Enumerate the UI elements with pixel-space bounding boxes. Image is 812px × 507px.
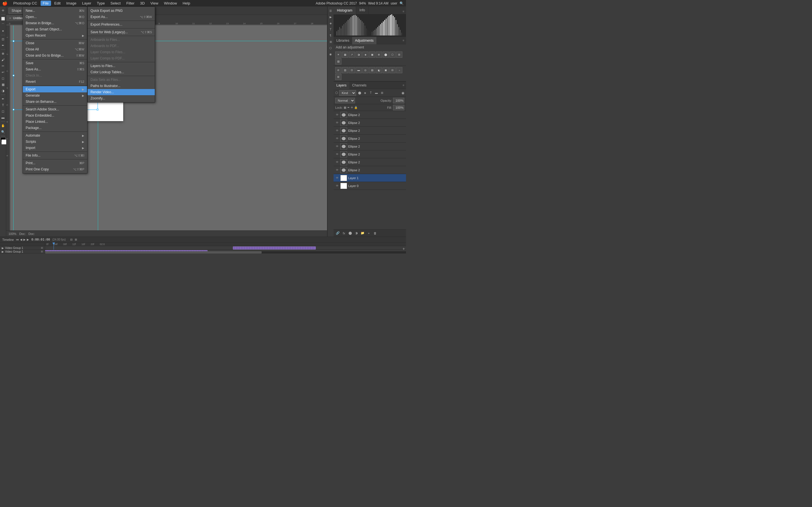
posterize-icon[interactable]: ▥ xyxy=(342,67,348,73)
lasso-tool[interactable]: ⌒ xyxy=(0,22,6,27)
layer-visibility-10[interactable]: 👁 xyxy=(335,184,339,188)
layer-item[interactable]: 👁 Ellipse 2 xyxy=(334,158,406,166)
tab-channels[interactable]: Channels xyxy=(349,82,369,89)
zoom-tool[interactable]: 🔍 xyxy=(0,129,6,135)
tab-libraries[interactable]: Libraries xyxy=(334,37,352,44)
path-tool[interactable]: ◻ xyxy=(0,108,6,114)
adj-icon-6[interactable]: ▤ xyxy=(369,67,375,73)
layer-item[interactable]: 👁 Layer 0 xyxy=(334,182,406,190)
menu-3d[interactable]: 3D xyxy=(138,1,147,6)
clone-tool[interactable]: ✂ xyxy=(0,63,6,69)
export-color-lookup[interactable]: Color Lookup Tables... xyxy=(88,69,155,75)
magic-wand-tool[interactable]: ✦ xyxy=(0,28,6,34)
panel-icon-adj[interactable]: ◈ xyxy=(328,20,333,25)
type-tool[interactable]: T xyxy=(0,102,6,108)
menu-open[interactable]: Open... ⌘O xyxy=(23,14,87,20)
play-btn[interactable]: ▶ xyxy=(23,238,26,241)
export-paths-illustrator[interactable]: Paths to Illustrator... xyxy=(88,83,155,89)
panel-icon-lib[interactable]: ⊞ xyxy=(328,39,333,44)
filter-smart-icon[interactable]: ⊞ xyxy=(380,91,384,95)
menu-file-info[interactable]: File Info... ⌥⇧⌘I xyxy=(23,152,87,159)
export-preferences[interactable]: Export Preferences... xyxy=(88,21,155,27)
export-export-as[interactable]: Export As... ⌥⇧⌘W xyxy=(88,14,155,20)
export-layer-comps-files[interactable]: Layer Comps to Files... xyxy=(88,49,155,55)
background-color[interactable] xyxy=(1,139,6,145)
export-zoomify[interactable]: Zoomify... xyxy=(88,95,155,101)
menu-print-one[interactable]: Print One Copy ⌥⇧⌘P xyxy=(23,166,87,172)
menu-close-bridge[interactable]: Close and Go to Bridge... ⇧⌘W xyxy=(23,52,87,59)
filter-shape-icon[interactable]: ▬ xyxy=(374,91,378,95)
healing-tool[interactable]: ⊕ xyxy=(0,51,6,56)
fill-input[interactable] xyxy=(393,105,404,110)
timeline-scroll-thumb[interactable] xyxy=(45,251,262,253)
layer-item[interactable]: 👁 Ellipse 2 xyxy=(334,143,406,151)
menu-file[interactable]: File xyxy=(41,1,51,6)
panel-icon-text[interactable]: T xyxy=(328,27,333,32)
threshold-icon[interactable]: ⊡ xyxy=(349,67,355,73)
hand-tool[interactable]: ✋ xyxy=(0,123,6,128)
menu-view[interactable]: View xyxy=(148,1,160,6)
menu-share-behance[interactable]: Share on Behance... xyxy=(23,99,87,105)
timeline-label-vg1[interactable]: ▶ Video Group 1 ⊞ xyxy=(0,246,45,250)
adj-icon-7[interactable]: ⬕ xyxy=(376,67,382,73)
filter-type-icon[interactable]: T xyxy=(368,91,373,95)
export-render-video[interactable]: Render Video... xyxy=(88,89,155,95)
group-icon[interactable]: 📁 xyxy=(360,231,365,236)
adj-icon-10[interactable]: ⬦ xyxy=(396,67,402,73)
layer-visibility-5[interactable]: 👁 xyxy=(335,145,339,149)
menu-close-all[interactable]: Close All ⌥⌘W xyxy=(23,46,87,52)
menu-export[interactable]: Export ▶ xyxy=(23,86,87,93)
timeline-zoom-out[interactable]: ⊟ xyxy=(70,238,72,241)
layer-item[interactable]: 👁 Ellipse 2 xyxy=(334,119,406,127)
exposure-icon[interactable]: ◑ xyxy=(356,52,362,58)
marquee-tool[interactable]: ⬜ xyxy=(0,16,6,21)
menu-save-as[interactable]: Save As... ⇧⌘S xyxy=(23,66,87,72)
handle-bottom-left[interactable] xyxy=(13,109,14,110)
apple-menu[interactable]: 🍎 xyxy=(2,1,8,6)
lock-position-icon[interactable]: ✛ xyxy=(351,106,353,109)
panel-icon-para[interactable]: ¶ xyxy=(328,33,333,38)
search-icon[interactable]: 🔍 xyxy=(400,1,404,5)
menu-type[interactable]: Type xyxy=(95,1,107,6)
color-lookup-icon[interactable]: ▧ xyxy=(335,58,342,64)
shape-tool[interactable]: ▬ xyxy=(0,115,6,120)
menu-import[interactable]: Import ▶ xyxy=(23,145,87,151)
brightness-contrast-icon[interactable]: ☀ xyxy=(335,52,342,58)
new-layer-icon[interactable]: + xyxy=(366,231,371,236)
mask-icon[interactable]: ⬤ xyxy=(348,231,353,236)
invert-icon[interactable]: ⊘ xyxy=(335,67,342,73)
menu-place-linked[interactable]: Place Linked... xyxy=(23,119,87,125)
adj-icon-8[interactable]: ▣ xyxy=(383,67,389,73)
layer-item[interactable]: 👁 Ellipse 2 xyxy=(334,127,406,135)
export-data-sets[interactable]: Data Sets as Files... xyxy=(88,76,155,83)
panel-icon-3d[interactable]: ⬡ xyxy=(328,45,333,50)
timeline-zoom-in[interactable]: ⊞ xyxy=(75,238,77,241)
layer-item[interactable]: 👁 Ellipse 2 xyxy=(334,135,406,143)
tab-histogram[interactable]: Histogram xyxy=(334,6,356,14)
handle-mid-left[interactable] xyxy=(13,75,14,76)
opacity-input[interactable] xyxy=(393,98,404,103)
blend-mode-dropdown[interactable]: Normal xyxy=(335,98,355,103)
menu-window[interactable]: Window xyxy=(161,1,179,6)
tab-info[interactable]: Info xyxy=(356,6,369,14)
handle-top-left[interactable] xyxy=(13,40,14,42)
eyedropper-tool[interactable]: ✒ xyxy=(0,43,6,48)
kind-dropdown[interactable]: Kind xyxy=(339,90,356,96)
menu-browse-bridge[interactable]: Browse in Bridge... ⌥⌘O xyxy=(23,20,87,26)
layer-item[interactable]: 👁 Ellipse 2 xyxy=(334,166,406,174)
layer-visibility-7[interactable]: 👁 xyxy=(335,160,339,164)
menu-photoshop[interactable]: Photoshop CC xyxy=(11,1,40,6)
selective-color-icon[interactable]: ◎ xyxy=(362,67,368,73)
eraser-tool[interactable]: ◻ xyxy=(0,75,6,81)
levels-icon[interactable]: ▦ xyxy=(342,52,348,58)
timeline-scrollbar[interactable] xyxy=(45,251,406,253)
menu-filter[interactable]: Filter xyxy=(124,1,137,6)
vg1-icon[interactable]: ⊞ xyxy=(41,246,43,249)
adj-icon-11[interactable]: ⊞ xyxy=(335,74,342,80)
move-tool[interactable]: ✛ xyxy=(0,8,6,13)
export-save-web[interactable]: Save for Web (Legacy)... ⌥⇧⌘S xyxy=(88,29,155,35)
menu-automate[interactable]: Automate ▶ xyxy=(23,132,87,138)
layer-visibility-8[interactable]: 👁 xyxy=(335,168,339,172)
layer-item[interactable]: 👁 Ellipse 2 xyxy=(334,151,406,158)
adj-icon-9[interactable]: ⊟ xyxy=(389,67,396,73)
